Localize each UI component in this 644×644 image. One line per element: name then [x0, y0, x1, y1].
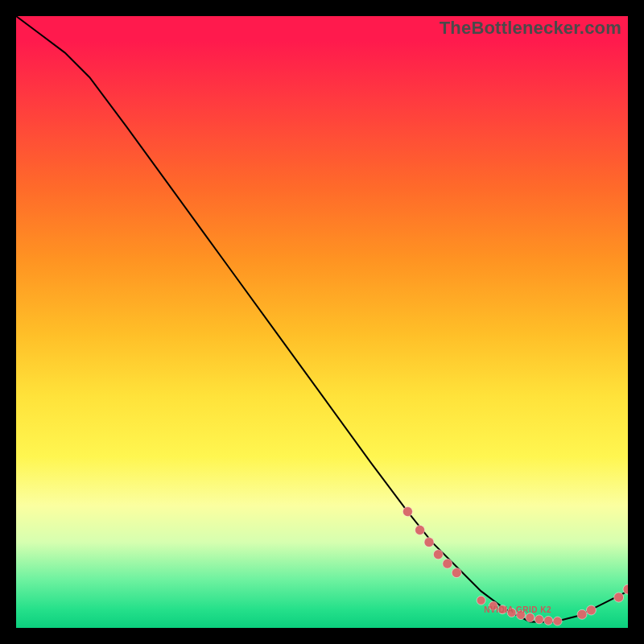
data-point	[402, 507, 412, 517]
dots-rising-tail	[577, 584, 628, 619]
data-point	[443, 559, 452, 568]
data-point	[477, 596, 485, 605]
data-point	[544, 616, 553, 625]
data-point	[614, 592, 624, 602]
data-point	[433, 550, 443, 559]
data-point	[415, 525, 425, 535]
data-point	[577, 609, 587, 619]
data-point	[424, 538, 434, 547]
chart-area: TheBottlenecker.com NVIDIA GRID K2	[16, 16, 628, 628]
data-point	[452, 568, 461, 578]
data-point	[586, 605, 596, 615]
bottleneck-curve	[16, 16, 628, 621]
data-point	[526, 613, 535, 622]
plot-svg: NVIDIA GRID K2	[16, 16, 628, 628]
data-point	[535, 615, 543, 624]
data-point	[553, 617, 562, 625]
series-label: NVIDIA GRID K2	[484, 605, 551, 614]
